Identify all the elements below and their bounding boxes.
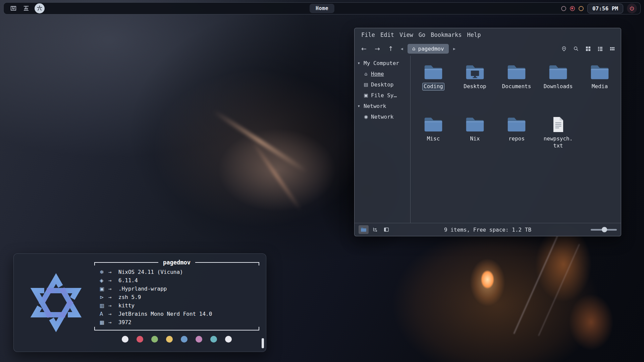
menu-go[interactable]: Go [419, 32, 425, 38]
workspace-6-button-active[interactable] [35, 3, 45, 13]
chevron-down-icon[interactable]: ▾ [358, 61, 361, 65]
zoom-slider[interactable] [591, 226, 617, 233]
show-tree-button[interactable] [370, 225, 380, 234]
folder-icon [423, 116, 443, 133]
palette-dot [166, 336, 173, 343]
path-scroll-right-icon[interactable]: ▸ [451, 46, 458, 51]
location-button[interactable] [559, 44, 569, 53]
toggle-side-pane-button[interactable] [381, 225, 391, 234]
up-button[interactable]: ↑ [385, 44, 396, 54]
fetch-line-terminal: ▥ → kitty [100, 301, 257, 310]
side-pane-icon [383, 227, 389, 232]
zoom-slider-knob[interactable] [602, 227, 607, 232]
kanji-five-icon [23, 5, 30, 12]
file-item-documents[interactable]: Documents [496, 64, 537, 116]
tray-icon-1[interactable] [561, 6, 566, 11]
filesystem-icon: ▣ [363, 93, 369, 98]
kernel-icon: ◈ [100, 278, 108, 284]
status-text: 9 items, Free space: 1.2 TB [444, 227, 531, 233]
file-item-media[interactable]: Media [579, 64, 621, 116]
sidebar-section-my-computer[interactable]: ▾ My Computer [355, 58, 410, 68]
compact-view-button[interactable] [607, 44, 617, 53]
fetch-line-shell: ⊳ → zsh 5.9 [100, 293, 257, 301]
home-icon: ⌂ [412, 46, 416, 52]
home-icon: ⌂ [363, 71, 369, 76]
menu-help[interactable]: Help [467, 32, 481, 38]
workspace-4-button[interactable] [9, 4, 18, 13]
list-view-icon [597, 46, 603, 52]
top-bar: Home 07:56 PM [3, 2, 641, 14]
fetch-line-kernel: ◈ → 6.11.4 [100, 276, 257, 285]
folder-icon [548, 64, 568, 80]
show-places-button[interactable] [359, 225, 369, 234]
file-item-desktop[interactable]: Desktop [454, 64, 496, 116]
fetch-output: pagedmov ❄ → NixOS 24.11 (Vicuna) ◈ → 6.… [94, 259, 259, 346]
palette-dot [122, 336, 128, 343]
fetch-line-wm: ▣ → .Hyprland-wrapp [100, 285, 257, 293]
terminal-color-palette [94, 336, 259, 343]
list-view-button[interactable] [595, 44, 605, 53]
box-corner [259, 327, 259, 330]
package-icon: ▦ [100, 319, 108, 325]
palette-dot [196, 336, 202, 343]
power-button[interactable] [627, 3, 637, 13]
menu-view[interactable]: View [399, 32, 413, 38]
tray-icon-record[interactable] [570, 6, 575, 11]
desktop-icon: ▤ [363, 82, 369, 87]
fetch-line-packages: ▦ → 3972 [100, 318, 257, 326]
fetch-line-os: ❄ → NixOS 24.11 (Vicuna) [100, 268, 257, 276]
file-item-misc[interactable]: Misc [413, 116, 454, 169]
fetch-info-box: pagedmov ❄ → NixOS 24.11 (Vicuna) ◈ → 6.… [94, 259, 259, 330]
kanji-four-icon [10, 5, 17, 12]
icon-view-button[interactable] [583, 44, 593, 53]
workspace-5-button[interactable] [22, 4, 31, 13]
sidebar-item-network[interactable]: ◉ Network [355, 111, 410, 122]
compact-view-icon [609, 46, 615, 52]
file-item-nix[interactable]: Nix [454, 116, 496, 169]
file-item-coding[interactable]: Coding [413, 64, 454, 116]
back-button[interactable]: ← [359, 44, 369, 54]
fetch-lines: ❄ → NixOS 24.11 (Vicuna) ◈ → 6.11.4 ▣ → … [94, 266, 259, 327]
fetch-box-top-border: pagedmov [94, 259, 259, 266]
path-scroll-left-icon[interactable]: ◂ [399, 46, 405, 51]
clock: 07:56 PM [587, 4, 623, 13]
box-corner [259, 262, 259, 265]
menu-file[interactable]: File [361, 32, 375, 38]
folder-icon [590, 64, 610, 80]
grid-view-icon [585, 46, 591, 52]
sidebar-item-filesystem[interactable]: ▣ File Sy… [355, 90, 410, 101]
active-window-title: Home [310, 4, 334, 13]
terminal-scrollbar-thumb[interactable] [262, 338, 264, 348]
fetch-line-font: A → JetBrains Mono Nerd Font 14.0 [100, 310, 257, 318]
chevron-down-icon[interactable]: ▾ [358, 104, 361, 108]
sidebar-section-network[interactable]: ▾ Network [355, 101, 410, 111]
file-item-repos[interactable]: repos [496, 116, 537, 169]
file-grid: Coding Desktop Documents Downloads Media… [411, 56, 623, 223]
nix-icon: ❄ [100, 269, 108, 275]
wallpaper-light-beam [538, 244, 580, 336]
places-sidebar: ▾ My Computer ⌂ Home ▤ Desktop ▣ File Sy… [355, 56, 410, 223]
shell-icon: ⊳ [100, 294, 108, 300]
palette-dot [225, 336, 232, 343]
file-item-downloads[interactable]: Downloads [537, 64, 579, 116]
breadcrumb[interactable]: ⌂ pagedmov [408, 44, 449, 54]
menu-edit[interactable]: Edit [380, 32, 394, 38]
terminal-window: pagedmov ❄ → NixOS 24.11 (Vicuna) ◈ → 6.… [13, 253, 266, 352]
folder-icon [506, 116, 527, 133]
tray-icon-3[interactable] [579, 6, 584, 11]
box-corner [94, 262, 95, 265]
file-item-newpsych-txt[interactable]: newpsych.txt [537, 116, 579, 169]
workspace-switcher [9, 3, 45, 13]
text-file-icon [548, 116, 568, 133]
menu-bookmarks[interactable]: Bookmarks [431, 32, 462, 38]
search-button[interactable] [571, 44, 581, 53]
terminal-icon: ▥ [100, 303, 108, 309]
folder-icon [465, 116, 485, 133]
bar-right-modules: 07:56 PM [561, 3, 637, 13]
folder-icon [423, 64, 443, 80]
sidebar-item-home[interactable]: ⌂ Home [355, 68, 410, 79]
nixos-snowflake-icon [22, 269, 90, 336]
palette-dot [210, 336, 217, 343]
forward-button[interactable]: → [372, 44, 383, 54]
sidebar-item-desktop[interactable]: ▤ Desktop [355, 79, 410, 90]
